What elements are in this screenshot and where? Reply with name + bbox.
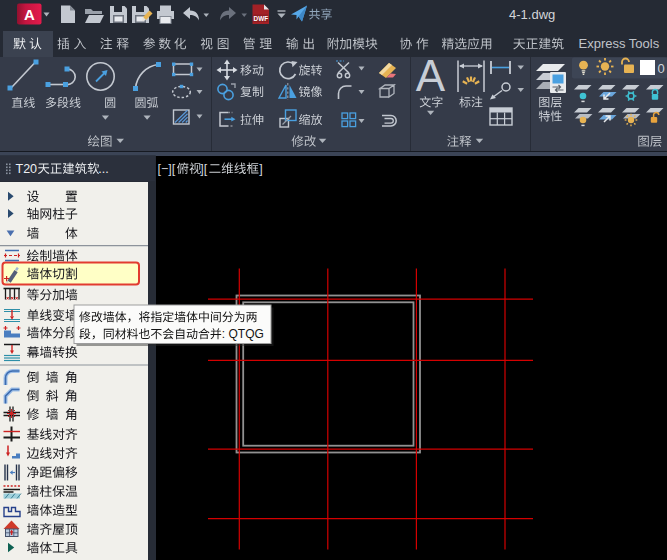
svg-text:Express Tools: Express Tools — [579, 36, 660, 51]
svg-text:A: A — [416, 51, 446, 100]
svg-text:]: ] — [259, 162, 262, 176]
svg-text:4-1.dwg: 4-1.dwg — [509, 7, 555, 22]
svg-text:][: ][ — [200, 162, 207, 176]
svg-text:T20: T20 — [16, 162, 38, 176]
svg-text:A: A — [24, 6, 35, 23]
svg-text:[−][: [−][ — [158, 162, 176, 176]
svg-text:: QTQG: : QTQG — [222, 327, 264, 341]
svg-text:0: 0 — [658, 61, 665, 76]
svg-text:...: ... — [98, 162, 108, 176]
svg-text:DWF: DWF — [254, 15, 269, 22]
